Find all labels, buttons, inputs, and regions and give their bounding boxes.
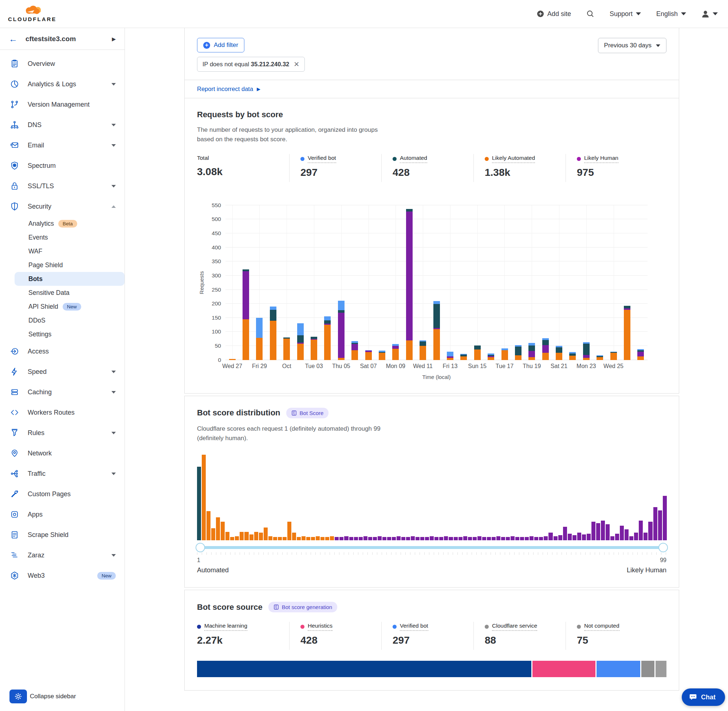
stacked-bar[interactable] [624, 306, 631, 360]
stat-label[interactable]: Likely Human [577, 155, 619, 163]
histogram-bar-score-9[interactable] [235, 536, 239, 541]
stat-label[interactable]: Not computed [577, 622, 619, 631]
histogram-bar-score-51[interactable] [434, 537, 439, 540]
stat-label[interactable]: Cloudflare service [485, 622, 537, 631]
histogram-bar-score-3[interactable] [207, 511, 211, 540]
histogram-bar-score-28[interactable] [325, 537, 329, 540]
slider-handle-min[interactable] [196, 543, 205, 552]
source-segment-verified-bot[interactable] [597, 661, 640, 677]
histogram-bar-score-34[interactable] [354, 537, 358, 540]
sidebar-item-access[interactable]: Access [0, 341, 124, 361]
back-arrow-icon[interactable]: ← [9, 35, 18, 43]
stat-label[interactable]: Likely Automated [485, 155, 535, 163]
histogram-bar-score-8[interactable] [230, 537, 234, 540]
sidebar-item-network[interactable]: Network [0, 443, 124, 463]
source-segment-cloudflare-service[interactable] [641, 661, 654, 677]
sidebar-item-email[interactable]: Email [0, 135, 124, 155]
stat-label[interactable]: Verified bot [300, 155, 336, 163]
stacked-bar[interactable] [406, 209, 413, 360]
histogram-bar-score-66[interactable] [506, 537, 510, 540]
histogram-bar-score-38[interactable] [373, 537, 377, 540]
stacked-bar[interactable] [502, 348, 508, 360]
histogram-bar-score-85[interactable] [596, 523, 600, 540]
chevron-right-icon[interactable]: ▶ [112, 36, 116, 42]
histogram-bar-score-71[interactable] [530, 536, 533, 541]
stacked-bar[interactable] [529, 343, 535, 360]
source-segment-not-computed[interactable] [656, 661, 666, 677]
stacked-bar[interactable] [256, 318, 263, 360]
sidebar-subitem-ddos[interactable]: DDoS [0, 313, 124, 327]
histogram-bar-score-20[interactable] [287, 522, 291, 541]
histogram-bar-score-44[interactable] [401, 537, 405, 540]
histogram-bar-score-32[interactable] [344, 536, 348, 541]
add-site-button[interactable]: Add site [537, 10, 571, 18]
account-menu[interactable] [701, 10, 718, 18]
histogram-bar-score-2[interactable] [202, 455, 206, 540]
support-menu[interactable]: Support [610, 10, 641, 18]
sidebar-item-ssl-tls[interactable]: SSL/TLS [0, 176, 124, 196]
bot-score-generation-badge[interactable]: Bot score generation [269, 602, 337, 612]
histogram-bar-score-54[interactable] [449, 537, 453, 540]
histogram-bar-score-68[interactable] [515, 537, 519, 540]
collapse-sidebar[interactable]: Collapse sidebar [0, 686, 124, 711]
histogram-bar-score-59[interactable] [473, 537, 477, 540]
histogram-bar-score-82[interactable] [582, 534, 586, 540]
histogram-bar-score-90[interactable] [620, 526, 624, 540]
histogram-bar-score-96[interactable] [648, 522, 652, 541]
histogram-bar-score-23[interactable] [301, 536, 306, 541]
histogram-bar-score-94[interactable] [639, 521, 643, 540]
stacked-bar[interactable] [242, 269, 249, 360]
histogram-bar-score-40[interactable] [382, 537, 386, 540]
stacked-bar[interactable] [515, 345, 521, 360]
search-icon[interactable] [586, 10, 594, 18]
histogram-bar-score-95[interactable] [644, 533, 648, 540]
histogram-bar-score-19[interactable] [283, 537, 286, 540]
histogram-bar-score-87[interactable] [605, 524, 610, 541]
histogram-bar-score-39[interactable] [378, 536, 382, 541]
histogram-bar-score-88[interactable] [610, 536, 614, 541]
histogram-bar-score-98[interactable] [658, 510, 662, 540]
histogram-bar-score-1[interactable] [197, 467, 201, 540]
histogram-bar-score-89[interactable] [615, 534, 619, 541]
stacked-bar[interactable] [284, 338, 290, 360]
stacked-bar[interactable] [542, 338, 549, 360]
filter-chip[interactable]: IP does not equal 35.212.240.32 ✕ [197, 57, 305, 72]
histogram-bar-score-99[interactable] [663, 496, 667, 540]
histogram-bar-score-10[interactable] [240, 532, 244, 541]
stacked-bar[interactable] [392, 344, 399, 360]
histogram-bar-score-70[interactable] [525, 537, 529, 540]
histogram-bar-score-77[interactable] [558, 535, 562, 540]
histogram-bar-score-18[interactable] [278, 537, 282, 540]
sidebar-item-zaraz[interactable]: Zaraz [0, 545, 124, 565]
stacked-bar[interactable] [583, 342, 590, 360]
histogram-bar-score-50[interactable] [430, 536, 434, 541]
stacked-bar[interactable] [351, 341, 358, 360]
histogram-bar-score-76[interactable] [554, 536, 558, 541]
cloudflare-logo[interactable]: CLOUDFLARE [8, 6, 56, 22]
histogram-bar-score-25[interactable] [311, 537, 315, 540]
sidebar-item-scrape-shield[interactable]: Scrape Shield [0, 525, 124, 545]
stacked-bar[interactable] [637, 349, 644, 360]
sidebar-subitem-api-shield[interactable]: API ShieldNew [0, 299, 124, 313]
histogram-bar-score-29[interactable] [330, 536, 334, 541]
histogram-bar-score-49[interactable] [425, 537, 429, 540]
stacked-bar[interactable] [488, 354, 494, 360]
histogram-bar-score-97[interactable] [653, 507, 657, 541]
histogram-bar-score-16[interactable] [269, 536, 272, 541]
histogram-bar-score-41[interactable] [387, 537, 391, 540]
histogram-bar-score-13[interactable] [254, 532, 258, 541]
stacked-bar[interactable] [379, 351, 385, 360]
stacked-bar[interactable] [338, 301, 344, 360]
histogram-bar-score-57[interactable] [463, 536, 467, 541]
stacked-bar[interactable] [474, 345, 481, 360]
histogram-bar-score-11[interactable] [244, 532, 248, 541]
histogram-bar-score-55[interactable] [454, 537, 458, 540]
stat-label[interactable]: Verified bot [393, 622, 428, 631]
histogram-bar-score-86[interactable] [601, 521, 605, 540]
stacked-bar[interactable] [556, 346, 562, 360]
histogram-bar-score-93[interactable] [634, 533, 638, 540]
histogram-bar-score-47[interactable] [415, 537, 419, 540]
histogram-bar-score-17[interactable] [273, 537, 277, 540]
histogram-bar-score-48[interactable] [420, 537, 424, 540]
histogram-bar-score-58[interactable] [468, 537, 472, 540]
